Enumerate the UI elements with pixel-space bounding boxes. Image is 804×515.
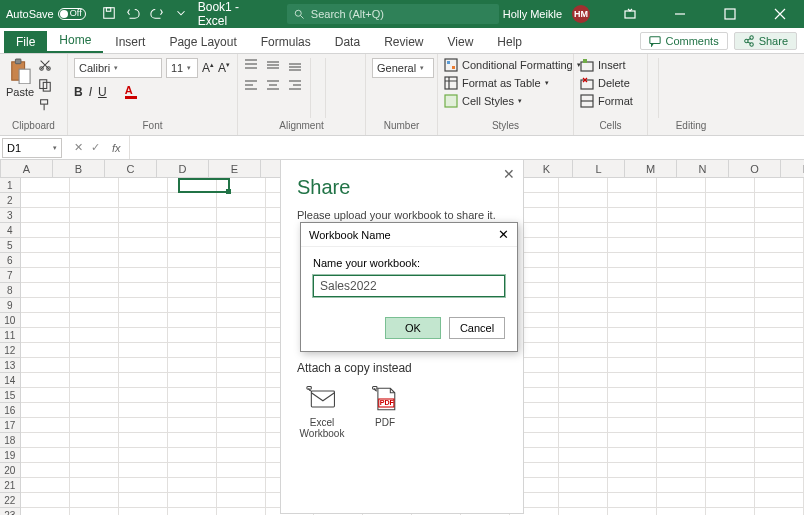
cell[interactable] [168,268,217,283]
cell[interactable] [119,343,168,358]
attach-pdf[interactable]: PDF PDF [369,385,401,439]
cell[interactable] [608,418,657,433]
cell[interactable] [755,373,804,388]
cell[interactable] [608,508,657,515]
row-header[interactable]: 9 [0,298,21,313]
cell[interactable] [608,403,657,418]
row-header[interactable]: 3 [0,208,21,223]
minimize-button[interactable] [660,0,700,28]
cell[interactable] [217,328,266,343]
cell[interactable] [168,223,217,238]
autosave-toggle[interactable]: AutoSave Off [0,8,92,20]
cell[interactable] [168,358,217,373]
cell[interactable] [119,403,168,418]
cell[interactable] [168,193,217,208]
row-header[interactable]: 22 [0,493,21,508]
cell[interactable] [657,178,706,193]
cell[interactable] [706,313,755,328]
cell[interactable] [706,418,755,433]
cell[interactable] [168,343,217,358]
name-box[interactable]: D1▾ [2,138,62,158]
cell[interactable] [168,403,217,418]
paste-button[interactable]: Paste [6,58,34,98]
cell[interactable] [168,478,217,493]
cell[interactable] [70,403,119,418]
cell[interactable] [21,373,70,388]
italic-button[interactable]: I [89,85,92,99]
ok-button[interactable]: OK [385,317,441,339]
cell[interactable] [657,508,706,515]
maximize-button[interactable] [710,0,750,28]
cell[interactable] [608,493,657,508]
cell[interactable] [559,433,608,448]
cell[interactable] [559,478,608,493]
cell[interactable] [755,418,804,433]
cell[interactable] [755,448,804,463]
cell[interactable] [217,418,266,433]
cell[interactable] [21,463,70,478]
row-header[interactable]: 12 [0,343,21,358]
tab-data[interactable]: Data [323,31,372,53]
row-header[interactable]: 17 [0,418,21,433]
cell[interactable] [217,493,266,508]
row-header[interactable]: 6 [0,253,21,268]
cell[interactable] [608,433,657,448]
cell[interactable] [559,268,608,283]
cell[interactable] [755,178,804,193]
cell[interactable] [119,373,168,388]
cell[interactable] [559,508,608,515]
cell[interactable] [559,313,608,328]
cell[interactable] [755,283,804,298]
cell[interactable] [559,223,608,238]
number-format-select[interactable]: General▾ [372,58,434,78]
row-header[interactable]: 1 [0,178,21,193]
cell[interactable] [657,358,706,373]
cell[interactable] [755,403,804,418]
close-button[interactable] [760,0,800,28]
cell[interactable] [70,358,119,373]
cell[interactable] [657,283,706,298]
cell[interactable] [21,433,70,448]
cell[interactable] [559,388,608,403]
cell[interactable] [559,463,608,478]
cell[interactable] [657,328,706,343]
cell[interactable] [755,313,804,328]
cell[interactable] [119,208,168,223]
cell[interactable] [657,478,706,493]
insert-cells-button[interactable]: Insert [580,58,633,72]
cell[interactable] [706,403,755,418]
cell[interactable] [608,238,657,253]
cell[interactable] [657,298,706,313]
bold-button[interactable]: B [74,85,83,99]
cell[interactable] [657,373,706,388]
cell[interactable] [217,388,266,403]
cell[interactable] [706,358,755,373]
cell[interactable] [168,328,217,343]
cell[interactable] [21,253,70,268]
cell[interactable] [706,178,755,193]
row-header[interactable]: 10 [0,313,21,328]
cell[interactable] [168,253,217,268]
cell[interactable] [217,253,266,268]
row-header[interactable]: 19 [0,448,21,463]
cell[interactable] [21,388,70,403]
cell[interactable] [657,463,706,478]
delete-cells-button[interactable]: Delete [580,76,633,90]
cell[interactable] [168,418,217,433]
cell[interactable] [119,268,168,283]
cell[interactable] [706,493,755,508]
align-left-icon[interactable] [244,78,262,94]
column-header[interactable]: E [209,160,261,177]
cell[interactable] [119,178,168,193]
cell[interactable] [119,508,168,515]
avatar[interactable]: HM [572,5,590,23]
column-header[interactable]: M [625,160,677,177]
copy-icon[interactable] [38,78,52,94]
cell[interactable] [21,478,70,493]
cell[interactable] [755,268,804,283]
column-header[interactable]: K [521,160,573,177]
cell[interactable] [706,253,755,268]
row-header[interactable]: 14 [0,373,21,388]
cell[interactable] [168,208,217,223]
cell[interactable] [217,343,266,358]
